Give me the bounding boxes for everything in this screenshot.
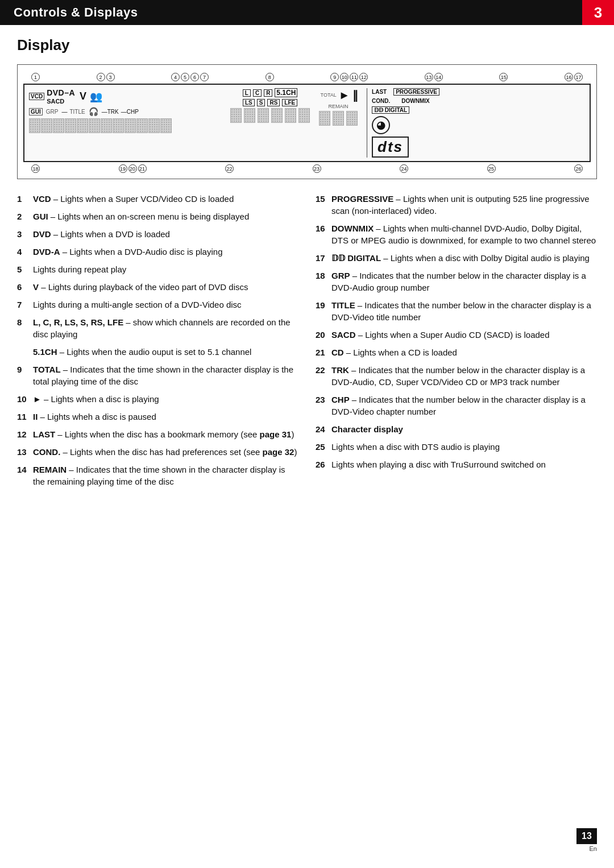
page-footer: 13 En (576, 828, 597, 852)
desc-text-23: CHP – Indicates that the number below in… (331, 394, 597, 418)
l-label: L (243, 89, 251, 97)
main-panel: VCD DVD–A SACD V 👥 GUI GRP — TITLE 🎧 —TR… (23, 84, 591, 162)
desc-text-21: CD – Lights when a CD is loaded (331, 346, 597, 358)
desc-text-19: TITLE – Indicates that the number below … (331, 299, 597, 323)
lfe-label: LFE (282, 99, 297, 106)
trk-label: —TRK (102, 109, 119, 115)
callout-3: 3 (106, 73, 115, 81)
callout-11: 11 (350, 73, 358, 81)
desc-num-6: 6 (17, 281, 30, 293)
progressive-label: PROGRESSIVE (393, 88, 439, 96)
channel-row-top: L C R 5.1CH (243, 88, 298, 97)
c-label: C (253, 89, 262, 97)
desc-text-16: DOWNMIX – Lights when multi-channel DVD-… (331, 222, 597, 246)
desc-item-26: 26 Lights when playing a disc with TruSu… (316, 458, 597, 470)
desc-item-24: 24 Character display (316, 423, 597, 435)
callout-13: 13 (425, 73, 433, 81)
desc-item-25: 25 Lights when a disc with DTS audio is … (316, 441, 597, 453)
desc-item-13: 13 COND. – Lights when the disc has had … (17, 446, 298, 458)
dts-label: dts (372, 137, 409, 158)
dvda-label: DVD–A (47, 88, 75, 97)
callout-18: 18 (31, 164, 40, 173)
dotmatrix-cell-b4 (271, 108, 283, 123)
callout-23: 23 (313, 164, 321, 173)
headphones-icon: 🎧 (89, 107, 98, 116)
desc-text-24: Character display (331, 423, 597, 435)
desc-text-14: REMAIN – Indicates that the time shown i… (33, 464, 298, 487)
rs-label: RS (267, 99, 280, 106)
r-label: R (264, 89, 272, 97)
desc-item-7: 7 Lights during a multi-angle section of… (17, 299, 298, 311)
dotmatrix-cell-b1 (230, 108, 242, 123)
desc-text-17: 𝔻𝔻 DIGITAL – Lights when a disc with Dol… (331, 252, 597, 264)
desc-item-17: 17 𝔻𝔻 DIGITAL – Lights when a disc with … (316, 252, 597, 264)
callout-5: 5 (181, 73, 189, 81)
digital-row: 𝔻𝔻 DIGITAL (372, 106, 585, 114)
chp-label: —CHP (121, 109, 139, 115)
desc-item-1: 1 VCD – Lights when a Super VCD/Video CD… (17, 193, 298, 205)
desc-text-15: PROGRESSIVE – Lights when unit is output… (331, 193, 597, 217)
desc-num-25: 25 (316, 441, 328, 453)
dotmatrix-cell-6 (89, 118, 100, 133)
callout-8: 8 (265, 73, 274, 81)
desc-num-15: 15 (316, 193, 328, 205)
desc-num-2: 2 (17, 210, 30, 222)
pause-icon: ‖ (352, 88, 356, 102)
downmix-label: DOWNMIX (401, 98, 429, 104)
desc-item-3: 3 DVD – Lights when a DVD is loaded (17, 228, 298, 240)
callout-7: 7 (200, 73, 209, 81)
desc-num-1: 1 (17, 193, 30, 205)
channel-section: L C R 5.1CH LS S RS LFE (230, 88, 310, 158)
desc-item-16: 16 DOWNMIX – Lights when multi-channel D… (316, 222, 597, 246)
callout-15: 15 (499, 73, 508, 81)
section-title: Display (17, 36, 597, 54)
desc-num-11: 11 (17, 411, 30, 423)
desc-text-25: Lights when a disc with DTS audio is pla… (331, 441, 597, 453)
dotmatrix-cell-b2 (244, 108, 255, 123)
desc-num-8: 8 (17, 316, 30, 328)
panel-left-section: VCD DVD–A SACD V 👥 GUI GRP — TITLE 🎧 —TR… (29, 88, 226, 158)
desc-text-8: L, C, R, LS, S, RS, LFE – show which cha… (33, 316, 298, 340)
page-content: Display 1 2 3 4 5 6 7 8 9 10 11 12 (0, 25, 614, 861)
desc-item-14: 14 REMAIN – Indicates that the time show… (17, 464, 298, 487)
desc-col-right: 15 PROGRESSIVE – Lights when unit is out… (316, 193, 597, 493)
bottom-callout-row: 18 19 20 21 22 23 24 25 26 (23, 164, 591, 173)
header-title: Controls & Displays (0, 0, 582, 25)
top-callout-row: 1 2 3 4 5 6 7 8 9 10 11 12 13 14 15 (23, 73, 591, 81)
desc-text-3: DVD – Lights when a DVD is loaded (33, 228, 298, 240)
dotmatrix-cell-c1 (319, 111, 330, 126)
desc-item-11: 11 II – Lights wheh a disc is paused (17, 411, 298, 423)
callout-17: 17 (574, 73, 583, 81)
desc-item-6: 6 V – Lights during playback of the vide… (17, 281, 298, 293)
play-icon: ► (339, 89, 350, 102)
callout-9: 9 (330, 73, 339, 81)
desc-text-9: TOTAL – Indicates that the time shown in… (33, 363, 298, 387)
description-section: 1 VCD – Lights when a Super VCD/Video CD… (17, 193, 597, 493)
dolby-symbol: ◕ (372, 116, 390, 134)
callout-1: 1 (31, 73, 40, 81)
desc-item-18: 18 GRP – Indicates that the number below… (316, 270, 597, 294)
display-diagram: 1 2 3 4 5 6 7 8 9 10 11 12 13 14 15 (17, 64, 597, 179)
sacd-label: SACD (47, 98, 75, 105)
cond-row: COND. DOWNMIX (372, 98, 585, 104)
callout-6: 6 (190, 73, 199, 81)
desc-num-23: 23 (316, 394, 328, 406)
transport-section: TOTAL ► ‖ REMAIN (314, 88, 362, 158)
dotmatrix-row2 (230, 108, 310, 123)
dash1: — (61, 109, 67, 115)
panel-row-2: GUI GRP — TITLE 🎧 —TRK —CHP (29, 107, 226, 116)
grp-label: GRP (46, 109, 59, 115)
dotmatrix-cell-4 (65, 118, 76, 133)
transport-row-top: TOTAL ► ‖ (321, 88, 356, 102)
callout-16: 16 (565, 73, 573, 81)
desc-num-19: 19 (316, 299, 328, 311)
callout-21: 21 (138, 164, 147, 173)
dolby-row: ◕ (372, 116, 585, 134)
callout-19: 19 (119, 164, 127, 173)
vcd-label: VCD (29, 93, 44, 100)
dvda-sacd-group: DVD–A SACD (47, 88, 75, 105)
desc-text-13: COND. – Lights when the disc has had pre… (33, 446, 298, 458)
desc-text-12: LAST – Lights when the disc has a bookma… (33, 428, 298, 440)
desc-text-20: SACD – Lights when a Super Audio CD (SAC… (331, 329, 597, 341)
desc-text-7: Lights during a multi-angle section of a… (33, 299, 298, 311)
